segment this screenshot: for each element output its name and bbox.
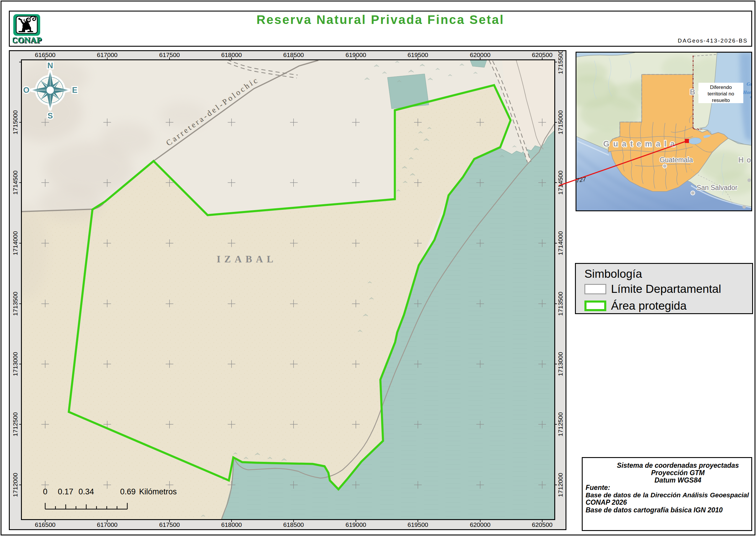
svg-text:1712500: 1712500 xyxy=(557,412,564,436)
svg-text:620000: 620000 xyxy=(470,51,490,58)
svg-text:Kilómetros: Kilómetros xyxy=(139,487,177,496)
svg-text:617000: 617000 xyxy=(97,51,117,58)
svg-text:617500: 617500 xyxy=(159,521,180,528)
svg-text:IZABAL: IZABAL xyxy=(217,254,277,264)
svg-text:1715000: 1715000 xyxy=(12,110,18,134)
svg-text:727: 727 xyxy=(576,176,586,184)
svg-text:Diferendo: Diferendo xyxy=(710,84,732,90)
svg-text:618500: 618500 xyxy=(283,51,304,58)
svg-text:616500: 616500 xyxy=(35,521,55,528)
svg-text:S: S xyxy=(47,112,53,120)
svg-text:E: E xyxy=(72,86,78,94)
svg-text:O: O xyxy=(23,86,29,94)
svg-text:620500: 620500 xyxy=(532,51,552,58)
svg-text:618000: 618000 xyxy=(221,51,242,58)
svg-text:618500: 618500 xyxy=(283,521,304,528)
svg-text:1712000: 1712000 xyxy=(557,473,564,497)
svg-text:620000: 620000 xyxy=(470,521,490,528)
svg-text:619000: 619000 xyxy=(346,51,366,58)
svg-text:1713500: 1713500 xyxy=(557,292,564,316)
svg-text:resuelto: resuelto xyxy=(712,97,730,103)
svg-text:1715500: 1715500 xyxy=(557,50,564,74)
svg-text:1714000: 1714000 xyxy=(557,231,564,255)
svg-text:0.17: 0.17 xyxy=(58,487,74,496)
svg-text:617000: 617000 xyxy=(97,521,117,528)
svg-text:Ho: Ho xyxy=(738,156,752,164)
svg-text:1712500: 1712500 xyxy=(12,412,18,436)
svg-text:0: 0 xyxy=(43,487,47,496)
svg-text:1713500: 1713500 xyxy=(12,292,18,316)
svg-text:N: N xyxy=(47,61,53,70)
svg-text:619500: 619500 xyxy=(408,51,428,58)
svg-text:617500: 617500 xyxy=(159,51,180,58)
svg-text:1713000: 1713000 xyxy=(557,352,564,376)
svg-text:0.34: 0.34 xyxy=(79,487,94,496)
svg-text:619000: 619000 xyxy=(346,521,366,528)
svg-text:1712000: 1712000 xyxy=(12,473,18,497)
svg-text:620500: 620500 xyxy=(532,521,552,528)
svg-text:territorial no: territorial no xyxy=(708,91,734,97)
svg-text:0.69: 0.69 xyxy=(120,487,136,496)
svg-text:618000: 618000 xyxy=(221,521,242,528)
svg-text:CONAP: CONAP xyxy=(13,35,42,44)
svg-text:1714500: 1714500 xyxy=(12,171,18,195)
svg-text:1713000: 1713000 xyxy=(12,352,18,376)
svg-text:616500: 616500 xyxy=(35,51,55,58)
svg-text:1714000: 1714000 xyxy=(12,231,18,255)
svg-text:619500: 619500 xyxy=(408,521,428,528)
